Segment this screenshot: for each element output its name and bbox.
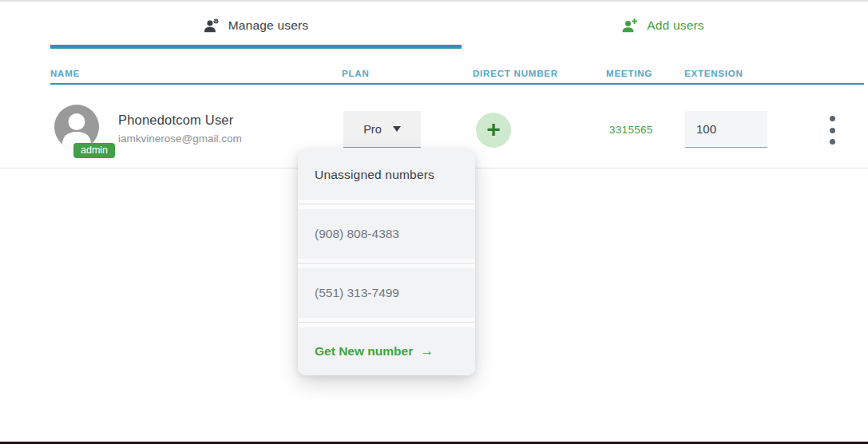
plan-dropdown[interactable]: Pro bbox=[343, 111, 421, 148]
unassigned-numbers-dropdown: Unassigned numbers (908) 808-4383 (551) … bbox=[298, 149, 475, 375]
kebab-dot bbox=[830, 139, 835, 145]
bottom-bar bbox=[0, 442, 868, 444]
add-direct-number-button[interactable]: + bbox=[476, 113, 511, 148]
person-plus-icon bbox=[622, 18, 638, 34]
column-header-name: NAME bbox=[50, 69, 80, 78]
column-header-plan: PLAN bbox=[342, 69, 370, 78]
chevron-down-icon bbox=[393, 126, 401, 132]
user-email: iamkvinerose@gmail.com bbox=[118, 133, 242, 145]
tab-manage-users-label: Manage users bbox=[228, 18, 309, 33]
column-header-meeting: MEETING bbox=[606, 69, 652, 78]
dropdown-header: Unassigned numbers bbox=[298, 149, 475, 200]
admin-badge: admin bbox=[73, 143, 115, 158]
get-new-number-link[interactable]: Get New number → bbox=[298, 327, 475, 375]
page-top-border bbox=[0, 0, 868, 2]
plan-dropdown-value: Pro bbox=[363, 123, 382, 136]
tab-manage-users[interactable]: Manage users bbox=[50, 6, 462, 45]
dropdown-divider bbox=[298, 200, 475, 209]
row-kebab-menu-icon[interactable] bbox=[825, 116, 839, 145]
tab-add-users[interactable]: Add users bbox=[462, 6, 865, 45]
user-name: Phonedotcom User bbox=[118, 113, 233, 128]
plus-icon: + bbox=[486, 117, 501, 141]
column-header-extension: EXTENSION bbox=[684, 69, 743, 78]
person-gear-icon bbox=[204, 18, 220, 34]
column-header-direct-number: DIRECT NUMBER bbox=[473, 69, 558, 78]
arrow-right-icon: → bbox=[420, 343, 434, 359]
kebab-dot bbox=[830, 128, 835, 133]
tab-add-users-label: Add users bbox=[647, 18, 704, 33]
dropdown-divider bbox=[298, 318, 475, 327]
tab-bar: Manage users Add users bbox=[50, 6, 865, 45]
extension-input[interactable] bbox=[685, 111, 767, 148]
dropdown-number-option[interactable]: (551) 313-7499 bbox=[298, 268, 475, 318]
dropdown-number-option[interactable]: (908) 808-4383 bbox=[298, 209, 475, 259]
table-header-rule bbox=[50, 83, 864, 85]
get-new-number-label: Get New number bbox=[315, 344, 413, 359]
meeting-number: 3315565 bbox=[609, 124, 653, 136]
kebab-dot bbox=[830, 116, 835, 121]
active-tab-indicator bbox=[50, 45, 462, 49]
dropdown-divider bbox=[298, 259, 475, 268]
